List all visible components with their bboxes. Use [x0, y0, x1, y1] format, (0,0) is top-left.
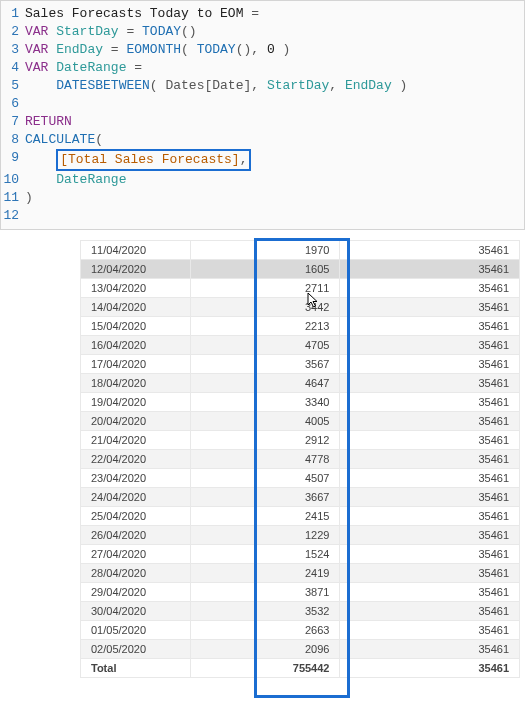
code-line[interactable]: 6 — [1, 95, 524, 113]
cell-value[interactable]: 2419 — [190, 564, 340, 583]
code-content[interactable]: CALCULATE( — [25, 131, 524, 149]
code-line[interactable]: 8CALCULATE( — [1, 131, 524, 149]
cell-date[interactable]: 20/04/2020 — [81, 412, 191, 431]
table-row[interactable]: 23/04/2020450735461 — [81, 469, 520, 488]
cell-date[interactable]: 14/04/2020 — [81, 298, 191, 317]
cell-value[interactable]: 3567 — [190, 355, 340, 374]
cell-date[interactable]: 19/04/2020 — [81, 393, 191, 412]
cell-total[interactable]: 35461 — [340, 412, 520, 431]
cell-date[interactable]: 27/04/2020 — [81, 545, 191, 564]
table-row[interactable]: 19/04/2020334035461 — [81, 393, 520, 412]
cell-total[interactable]: 35461 — [340, 640, 520, 659]
table-row[interactable]: 20/04/2020400535461 — [81, 412, 520, 431]
table-row[interactable]: 15/04/2020221335461 — [81, 317, 520, 336]
cell-date[interactable]: 29/04/2020 — [81, 583, 191, 602]
cell-value[interactable]: 3871 — [190, 583, 340, 602]
cell-total[interactable]: 35461 — [340, 241, 520, 260]
cell-value[interactable]: 1605 — [190, 260, 340, 279]
table-row[interactable]: 18/04/2020464735461 — [81, 374, 520, 393]
table-row[interactable]: 12/04/2020160535461 — [81, 260, 520, 279]
cell-value[interactable]: 1229 — [190, 526, 340, 545]
cell-total[interactable]: 35461 — [340, 279, 520, 298]
cell-value[interactable]: 3667 — [190, 488, 340, 507]
cell-date[interactable]: 18/04/2020 — [81, 374, 191, 393]
code-content[interactable]: DateRange — [25, 171, 524, 189]
code-content[interactable]: DATESBETWEEN( Dates[Date], StartDay, End… — [25, 77, 524, 95]
cell-date[interactable]: 02/05/2020 — [81, 640, 191, 659]
cell-total[interactable]: 35461 — [340, 260, 520, 279]
table-row[interactable]: 14/04/2020344235461 — [81, 298, 520, 317]
code-content[interactable]: VAR DateRange = — [25, 59, 524, 77]
cell-value[interactable]: 4778 — [190, 450, 340, 469]
table-row[interactable]: 22/04/2020477835461 — [81, 450, 520, 469]
cell-date[interactable]: 26/04/2020 — [81, 526, 191, 545]
code-line[interactable]: 3VAR EndDay = EOMONTH( TODAY(), 0 ) — [1, 41, 524, 59]
cell-total[interactable]: 35461 — [340, 602, 520, 621]
cell-date[interactable]: 30/04/2020 — [81, 602, 191, 621]
code-line[interactable]: 7RETURN — [1, 113, 524, 131]
cell-total[interactable]: 35461 — [340, 507, 520, 526]
cell-date[interactable]: 15/04/2020 — [81, 317, 191, 336]
cell-date[interactable]: 17/04/2020 — [81, 355, 191, 374]
table-row[interactable]: 21/04/2020291235461 — [81, 431, 520, 450]
code-content[interactable]: VAR StartDay = TODAY() — [25, 23, 524, 41]
data-table[interactable]: 11/04/202019703546112/04/202016053546113… — [80, 240, 520, 678]
table-row[interactable]: 25/04/2020241535461 — [81, 507, 520, 526]
cell-date[interactable]: 13/04/2020 — [81, 279, 191, 298]
cell-total[interactable]: 35461 — [340, 450, 520, 469]
cell-total[interactable]: 35461 — [340, 336, 520, 355]
table-row[interactable]: 30/04/2020353235461 — [81, 602, 520, 621]
cell-total[interactable]: 35461 — [340, 564, 520, 583]
cell-total[interactable]: 35461 — [340, 317, 520, 336]
cell-date[interactable]: 23/04/2020 — [81, 469, 191, 488]
code-line[interactable]: 2VAR StartDay = TODAY() — [1, 23, 524, 41]
table-total-row[interactable]: Total75544235461 — [81, 659, 520, 678]
table-row[interactable]: 13/04/2020271135461 — [81, 279, 520, 298]
table-row[interactable]: 01/05/2020266335461 — [81, 621, 520, 640]
cell-total[interactable]: 35461 — [340, 298, 520, 317]
table-row[interactable]: 11/04/2020197035461 — [81, 241, 520, 260]
table-row[interactable]: 26/04/2020122935461 — [81, 526, 520, 545]
table-row[interactable]: 16/04/2020470535461 — [81, 336, 520, 355]
cell-date[interactable]: 24/04/2020 — [81, 488, 191, 507]
table-row[interactable]: 27/04/2020152435461 — [81, 545, 520, 564]
code-line[interactable]: 5 DATESBETWEEN( Dates[Date], StartDay, E… — [1, 77, 524, 95]
table-row[interactable]: 17/04/2020356735461 — [81, 355, 520, 374]
cell-value[interactable]: 1524 — [190, 545, 340, 564]
cell-value[interactable]: 2213 — [190, 317, 340, 336]
dax-code-editor[interactable]: 1Sales Forecasts Today to EOM = 2VAR Sta… — [0, 0, 525, 230]
cell-value[interactable]: 2096 — [190, 640, 340, 659]
code-line[interactable]: 1Sales Forecasts Today to EOM = — [1, 5, 524, 23]
code-content[interactable]: VAR EndDay = EOMONTH( TODAY(), 0 ) — [25, 41, 524, 59]
cell-date[interactable]: 25/04/2020 — [81, 507, 191, 526]
code-content[interactable]: RETURN — [25, 113, 524, 131]
cell-value[interactable]: 2912 — [190, 431, 340, 450]
cell-date[interactable]: 16/04/2020 — [81, 336, 191, 355]
cell-total[interactable]: 35461 — [340, 355, 520, 374]
cell-value[interactable]: 3532 — [190, 602, 340, 621]
cell-total[interactable]: 35461 — [340, 431, 520, 450]
cell-total[interactable]: 35461 — [340, 621, 520, 640]
table-row[interactable]: 29/04/2020387135461 — [81, 583, 520, 602]
cell-date[interactable]: 11/04/2020 — [81, 241, 191, 260]
table-row[interactable]: 28/04/2020241935461 — [81, 564, 520, 583]
cell-value[interactable]: 2415 — [190, 507, 340, 526]
cell-value[interactable]: 2711 — [190, 279, 340, 298]
cell-value[interactable]: 4647 — [190, 374, 340, 393]
cell-date[interactable]: 28/04/2020 — [81, 564, 191, 583]
cell-value[interactable]: 3442 — [190, 298, 340, 317]
cell-date[interactable]: 12/04/2020 — [81, 260, 191, 279]
cell-date[interactable]: 22/04/2020 — [81, 450, 191, 469]
code-content[interactable]: [Total Sales Forecasts], — [25, 149, 524, 171]
cell-total[interactable]: 35461 — [340, 545, 520, 564]
cell-total[interactable]: 35461 — [340, 469, 520, 488]
table-row[interactable]: 24/04/2020366735461 — [81, 488, 520, 507]
table-row[interactable]: 02/05/2020209635461 — [81, 640, 520, 659]
cell-date[interactable]: 21/04/2020 — [81, 431, 191, 450]
code-line[interactable]: 11) — [1, 189, 524, 207]
cell-total[interactable]: 35461 — [340, 374, 520, 393]
code-line[interactable]: 9 [Total Sales Forecasts], — [1, 149, 524, 171]
cell-total[interactable]: 35461 — [340, 583, 520, 602]
cell-value[interactable]: 1970 — [190, 241, 340, 260]
cell-date[interactable]: 01/05/2020 — [81, 621, 191, 640]
